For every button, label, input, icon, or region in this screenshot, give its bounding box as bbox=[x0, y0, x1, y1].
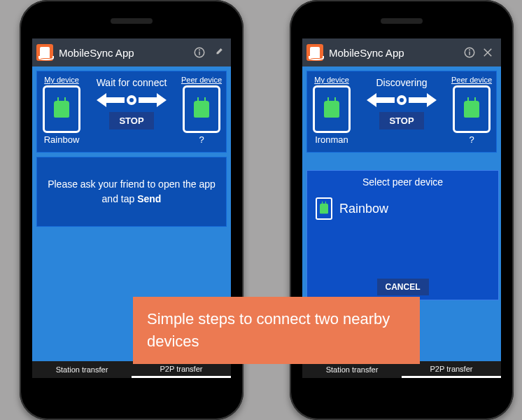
peer-device-col: Peer device ? bbox=[180, 76, 223, 145]
connect-panel: My device Rainbow Wait for connect STOP bbox=[36, 71, 227, 153]
status-text: Wait for connect bbox=[83, 77, 180, 88]
caption-banner: Simple steps to connect two nearby devic… bbox=[133, 297, 420, 364]
app-icon bbox=[306, 44, 323, 61]
svg-point-5 bbox=[129, 98, 134, 102]
peer-device-name: ? bbox=[450, 134, 493, 145]
peer-list-item[interactable]: Rainbow bbox=[311, 195, 494, 223]
svg-marker-3 bbox=[97, 93, 125, 107]
earpiece bbox=[111, 18, 153, 24]
info-icon[interactable] bbox=[190, 43, 209, 62]
my-device-icon bbox=[313, 85, 351, 133]
my-device-col: My device Ironman bbox=[310, 76, 353, 145]
status-col: Discovering STOP bbox=[353, 76, 450, 130]
my-device-col: My device Rainbow bbox=[40, 76, 83, 145]
action-bar: MobileSync App bbox=[32, 38, 231, 66]
my-device-name: Ironman bbox=[310, 134, 353, 145]
app-title: MobileSync App bbox=[329, 47, 460, 59]
svg-marker-15 bbox=[409, 93, 437, 107]
peer-item-name: Rainbow bbox=[339, 202, 388, 216]
app-icon bbox=[36, 44, 53, 61]
message-text: Please ask your friend to open the app a… bbox=[48, 178, 216, 204]
cancel-button[interactable]: CANCEL bbox=[377, 279, 429, 295]
peer-device-name: ? bbox=[180, 134, 223, 145]
action-bar: MobileSync App bbox=[302, 38, 501, 66]
dialog-title: Select peer device bbox=[311, 176, 494, 188]
wrench-icon[interactable] bbox=[209, 43, 227, 62]
my-device-icon bbox=[43, 85, 80, 133]
svg-point-2 bbox=[199, 50, 200, 50]
peer-device-icon bbox=[453, 85, 491, 133]
info-icon[interactable] bbox=[460, 43, 479, 62]
select-peer-dialog: Select peer device Rainbow CANCEL bbox=[306, 170, 499, 300]
message-bold: Send bbox=[137, 193, 161, 204]
connect-panel: My device Ironman Discovering STOP bbox=[306, 71, 497, 153]
status-col: Wait for connect STOP bbox=[83, 76, 180, 130]
status-text: Discovering bbox=[353, 77, 450, 88]
peer-item-icon bbox=[316, 197, 332, 220]
my-device-label: My device bbox=[310, 76, 353, 84]
arrows-icon bbox=[83, 90, 180, 111]
svg-point-9 bbox=[470, 50, 470, 50]
peer-device-label: Peer device bbox=[450, 76, 493, 84]
stop-button[interactable]: STOP bbox=[379, 112, 423, 130]
svg-marker-6 bbox=[139, 93, 167, 107]
svg-marker-12 bbox=[367, 93, 395, 107]
arrows-icon bbox=[353, 90, 450, 111]
settings-icon[interactable] bbox=[479, 43, 497, 62]
tab-station[interactable]: Station transfer bbox=[32, 361, 132, 378]
svg-point-14 bbox=[400, 98, 404, 102]
message-panel: Please ask your friend to open the app a… bbox=[36, 157, 227, 227]
app-title: MobileSync App bbox=[59, 47, 190, 59]
peer-device-icon bbox=[183, 85, 220, 133]
my-device-name: Rainbow bbox=[40, 134, 83, 145]
my-device-label: My device bbox=[40, 76, 83, 84]
peer-device-label: Peer device bbox=[180, 76, 223, 84]
stop-button[interactable]: STOP bbox=[109, 112, 153, 130]
peer-device-col: Peer device ? bbox=[450, 76, 493, 145]
earpiece bbox=[381, 18, 423, 24]
